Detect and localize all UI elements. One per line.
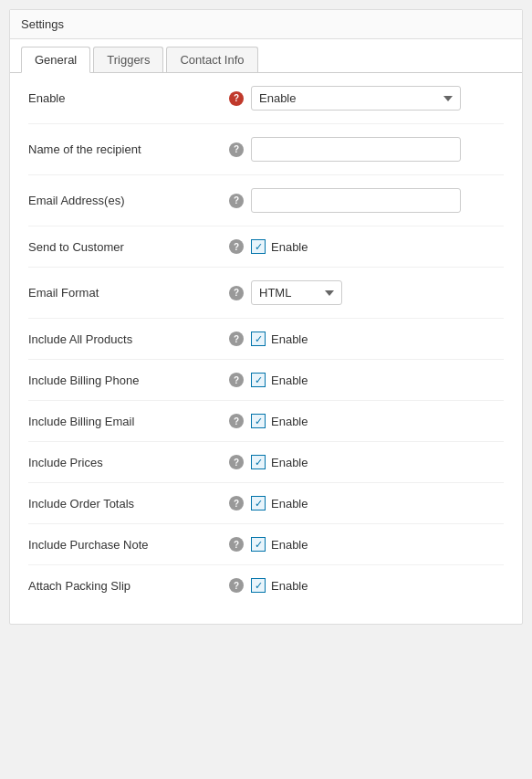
control-include-billing-email: ?Enable xyxy=(229,414,504,428)
help-icon-include-billing-phone[interactable]: ? xyxy=(229,373,244,387)
form-row-enable: Enable?EnableDisable xyxy=(28,73,504,124)
control-enable: ?EnableDisable xyxy=(229,86,504,111)
form-row-include-billing-email: Include Billing Email?Enable xyxy=(28,401,504,442)
help-icon-send-to-customer[interactable]: ? xyxy=(229,239,244,254)
label-include-prices: Include Prices xyxy=(28,456,229,469)
checkbox-label-include-all-products: Enable xyxy=(271,332,308,346)
checkbox-include-billing-email[interactable] xyxy=(251,414,266,428)
help-icon-include-prices[interactable]: ? xyxy=(229,455,244,469)
form-row-include-billing-phone: Include Billing Phone?Enable xyxy=(28,360,504,401)
form-row-include-purchase-note: Include Purchase Note?Enable xyxy=(28,524,504,565)
settings-panel: Settings General Triggers Contact Info E… xyxy=(9,9,523,625)
label-include-order-totals: Include Order Totals xyxy=(28,497,229,511)
control-email-format: ?HTMLPlain Text xyxy=(229,280,504,305)
label-include-all-products: Include All Products xyxy=(28,332,229,346)
help-icon-include-billing-email[interactable]: ? xyxy=(229,414,244,428)
control-include-order-totals: ?Enable xyxy=(229,496,504,511)
input-email-address[interactable] xyxy=(251,188,461,213)
control-include-billing-phone: ?Enable xyxy=(229,373,504,387)
checkbox-wrapper-include-order-totals: Enable xyxy=(251,496,308,511)
settings-title: Settings xyxy=(10,10,522,39)
checkbox-include-purchase-note[interactable] xyxy=(251,537,266,552)
form-row-include-order-totals: Include Order Totals?Enable xyxy=(28,483,504,524)
tab-triggers[interactable]: Triggers xyxy=(93,47,163,72)
form-row-email-address: Email Address(es)? xyxy=(28,175,504,226)
control-include-all-products: ?Enable xyxy=(229,332,504,346)
checkbox-wrapper-attach-packing-slip: Enable xyxy=(251,578,308,593)
checkbox-attach-packing-slip[interactable] xyxy=(251,578,266,593)
help-icon-attach-packing-slip[interactable]: ? xyxy=(229,578,244,593)
checkbox-wrapper-include-all-products: Enable xyxy=(251,332,308,346)
label-send-to-customer: Send to Customer xyxy=(28,240,229,254)
checkbox-wrapper-include-billing-email: Enable xyxy=(251,414,308,428)
checkbox-label-include-billing-phone: Enable xyxy=(271,374,308,387)
checkbox-include-all-products[interactable] xyxy=(251,332,266,346)
label-enable: Enable xyxy=(28,91,229,105)
help-icon-recipient-name[interactable]: ? xyxy=(229,142,244,157)
help-icon-email-format[interactable]: ? xyxy=(229,286,244,300)
control-send-to-customer: ?Enable xyxy=(229,239,504,254)
form-row-recipient-name: Name of the recipient? xyxy=(28,124,504,175)
help-icon-include-order-totals[interactable]: ? xyxy=(229,496,244,511)
label-recipient-name: Name of the recipient xyxy=(28,142,229,156)
checkbox-label-send-to-customer: Enable xyxy=(271,240,308,254)
control-attach-packing-slip: ?Enable xyxy=(229,578,504,593)
control-recipient-name: ? xyxy=(229,137,504,162)
label-attach-packing-slip: Attach Packing Slip xyxy=(28,579,229,593)
tab-contact-info[interactable]: Contact Info xyxy=(166,47,257,72)
form-row-email-format: Email Format?HTMLPlain Text xyxy=(28,268,504,319)
form-row-send-to-customer: Send to Customer?Enable xyxy=(28,226,504,268)
checkbox-include-billing-phone[interactable] xyxy=(251,373,266,387)
checkbox-wrapper-include-prices: Enable xyxy=(251,455,308,469)
checkbox-label-include-order-totals: Enable xyxy=(271,497,308,511)
form-row-include-all-products: Include All Products?Enable xyxy=(28,319,504,360)
checkbox-label-include-billing-email: Enable xyxy=(271,415,308,428)
checkbox-label-attach-packing-slip: Enable xyxy=(271,579,308,593)
input-recipient-name[interactable] xyxy=(251,137,461,162)
label-include-billing-email: Include Billing Email xyxy=(28,415,229,428)
label-include-purchase-note: Include Purchase Note xyxy=(28,538,229,552)
checkbox-wrapper-send-to-customer: Enable xyxy=(251,239,308,254)
checkbox-label-include-prices: Enable xyxy=(271,456,308,469)
form-row-attach-packing-slip: Attach Packing Slip?Enable xyxy=(28,565,504,605)
help-icon-include-purchase-note[interactable]: ? xyxy=(229,537,244,552)
checkbox-include-prices[interactable] xyxy=(251,455,266,469)
label-email-format: Email Format xyxy=(28,286,229,300)
label-email-address: Email Address(es) xyxy=(28,194,229,207)
format-select-email-format[interactable]: HTMLPlain Text xyxy=(251,280,342,305)
checkbox-label-include-purchase-note: Enable xyxy=(271,538,308,552)
control-include-purchase-note: ?Enable xyxy=(229,537,504,552)
control-email-address: ? xyxy=(229,188,504,213)
control-include-prices: ?Enable xyxy=(229,455,504,469)
checkbox-wrapper-include-purchase-note: Enable xyxy=(251,537,308,552)
help-icon-email-address[interactable]: ? xyxy=(229,194,244,208)
checkbox-send-to-customer[interactable] xyxy=(251,239,266,254)
help-icon-enable[interactable]: ? xyxy=(229,91,244,106)
tab-general[interactable]: General xyxy=(21,47,90,73)
select-enable[interactable]: EnableDisable xyxy=(251,86,461,111)
checkbox-wrapper-include-billing-phone: Enable xyxy=(251,373,308,387)
help-icon-include-all-products[interactable]: ? xyxy=(229,332,244,346)
form-content: Enable?EnableDisableName of the recipien… xyxy=(10,73,522,624)
label-include-billing-phone: Include Billing Phone xyxy=(28,374,229,387)
form-row-include-prices: Include Prices?Enable xyxy=(28,442,504,483)
checkbox-include-order-totals[interactable] xyxy=(251,496,266,511)
tabs-container: General Triggers Contact Info xyxy=(10,39,522,73)
